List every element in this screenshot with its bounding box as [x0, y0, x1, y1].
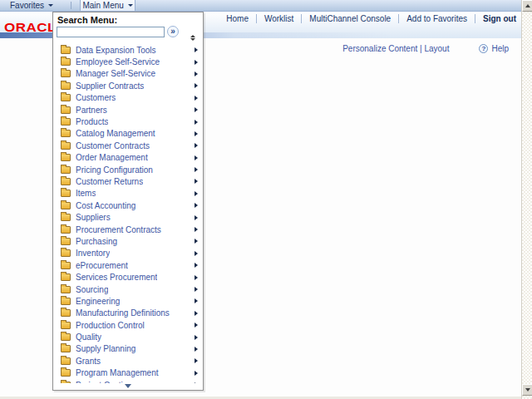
- submenu-arrow-icon: [195, 179, 198, 184]
- menu-item-row[interactable]: Manager Self-Service: [53, 68, 203, 80]
- utility-links: Home Worklist MultiChannel Console Add t…: [226, 14, 516, 23]
- folder-icon: [61, 226, 71, 234]
- main-menu-label: Main Menu: [82, 1, 123, 10]
- menu-search-input[interactable]: [57, 27, 165, 37]
- submenu-arrow-icon: [195, 227, 198, 232]
- menu-item-row[interactable]: Products: [53, 116, 203, 127]
- resize-up-icon: [190, 35, 195, 37]
- menu-item-row[interactable]: Supplier Contracts: [53, 80, 203, 91]
- submenu-arrow-icon: [195, 120, 198, 125]
- menu-resize-handle[interactable]: [190, 34, 196, 42]
- resize-down-icon: [190, 38, 195, 41]
- folder-icon: [61, 70, 71, 77]
- folder-icon: [61, 82, 71, 90]
- menu-item-label: Procurement Contracts: [76, 225, 161, 234]
- folder-icon: [61, 357, 71, 365]
- menu-item-label: Items: [76, 189, 96, 198]
- folder-icon: [61, 369, 71, 377]
- top-menubar: Favorites Main Menu: [0, 0, 521, 12]
- main-menu-button[interactable]: Main Menu: [80, 0, 135, 11]
- menu-item-row[interactable]: Quality: [53, 331, 203, 342]
- submenu-arrow-icon: [195, 323, 198, 328]
- menu-item-row[interactable]: Manufacturing Definitions: [53, 308, 203, 319]
- menu-item-label: eProcurement: [76, 261, 128, 270]
- menu-item-row[interactable]: Customer Contracts: [53, 140, 203, 151]
- folder-icon: [61, 178, 71, 185]
- submenu-arrow-icon: [195, 215, 198, 220]
- folder-icon: [61, 154, 71, 161]
- vertical-scrollbar[interactable]: [521, 0, 532, 399]
- menu-item-row[interactable]: Grants: [53, 355, 203, 367]
- menu-item-row[interactable]: Items: [53, 188, 203, 200]
- menu-item-label: Products: [76, 117, 108, 126]
- submenu-arrow-icon: [195, 311, 198, 316]
- menu-item-row[interactable]: Suppliers: [53, 211, 203, 223]
- favorites-menu-label: Favorites: [10, 1, 44, 10]
- menu-item-list: Data Expansion Tools Employee Self-Servi…: [53, 44, 203, 390]
- menu-item-row[interactable]: Customer Returns: [53, 175, 203, 187]
- menu-item-row[interactable]: Inventory: [53, 248, 203, 259]
- folder-icon: [61, 249, 71, 257]
- menu-item-row[interactable]: Supply Planning: [53, 343, 203, 355]
- header-link[interactable]: Home: [226, 14, 249, 23]
- menu-item-row[interactable]: Engineering: [53, 295, 203, 307]
- menu-item-row[interactable]: Cost Accounting: [53, 200, 203, 211]
- folder-icon: [61, 214, 71, 221]
- search-go-button[interactable]: »: [167, 26, 179, 37]
- personalize-content-layout-link[interactable]: Personalize Content | Layout: [342, 44, 449, 53]
- scroll-up-arrow-icon: [525, 4, 530, 7]
- submenu-arrow-icon: [195, 83, 198, 88]
- menu-item-label: Customer Returns: [76, 177, 143, 186]
- submenu-arrow-icon: [195, 131, 198, 136]
- menu-item-row[interactable]: Services Procurement: [53, 271, 203, 283]
- submenu-arrow-icon: [195, 155, 198, 160]
- folder-icon: [61, 106, 71, 114]
- scroll-down-indicator[interactable]: [125, 384, 131, 388]
- menu-item-row[interactable]: Data Expansion Tools: [53, 44, 203, 56]
- submenu-arrow-icon: [195, 347, 198, 352]
- folder-icon: [61, 309, 71, 317]
- menu-item-row[interactable]: Pricing Configuration: [53, 164, 203, 175]
- submenu-arrow-icon: [195, 71, 198, 76]
- favorites-menu-button[interactable]: Favorites: [4, 0, 59, 11]
- menu-item-label: Manufacturing Definitions: [76, 308, 170, 318]
- folder-icon: [61, 238, 71, 245]
- menu-item-row[interactable]: Production Control: [53, 319, 203, 331]
- menu-item-label: Engineering: [76, 297, 120, 306]
- folder-icon: [61, 298, 71, 305]
- folder-icon: [61, 333, 71, 341]
- header-link[interactable]: MultiChannel Console: [301, 14, 391, 23]
- dropdown-footer: [53, 383, 203, 390]
- header-link[interactable]: Sign out: [475, 14, 516, 23]
- menu-item-row[interactable]: Employee Self-Service: [53, 56, 203, 67]
- folder-icon: [61, 190, 71, 197]
- header-link[interactable]: Add to Favorites: [398, 14, 467, 23]
- submenu-arrow-icon: [195, 275, 198, 280]
- submenu-arrow-icon: [195, 60, 198, 65]
- menu-item-row[interactable]: Sourcing: [53, 283, 203, 295]
- folder-icon: [61, 58, 71, 66]
- menu-item-row[interactable]: Program Management: [53, 367, 203, 379]
- scrollbar-up-button[interactable]: [522, 0, 532, 12]
- chevron-down-icon: [128, 4, 133, 7]
- menu-item-label: Customers: [76, 93, 116, 102]
- help-link[interactable]: ? Help: [479, 44, 509, 53]
- folder-icon: [61, 202, 71, 209]
- header-link[interactable]: Worklist: [256, 14, 293, 23]
- menu-item-row[interactable]: Order Management: [53, 152, 203, 164]
- menu-item-row[interactable]: Purchasing: [53, 235, 203, 247]
- submenu-arrow-icon: [195, 335, 198, 340]
- menu-item-row[interactable]: Partners: [53, 104, 203, 116]
- folder-icon: [61, 286, 71, 293]
- menu-item-row[interactable]: eProcurement: [53, 259, 203, 271]
- scrollbar-down-button[interactable]: [522, 384, 532, 396]
- folder-icon: [61, 94, 71, 101]
- menu-item-row[interactable]: Procurement Contracts: [53, 224, 203, 235]
- submenu-arrow-icon: [195, 251, 198, 256]
- menu-item-row[interactable]: Customers: [53, 92, 203, 104]
- main-menu-dropdown-panel: Search Menu: » Data Expansion Tools Empl…: [52, 12, 204, 391]
- folder-icon: [61, 345, 71, 352]
- menu-item-label: Order Management: [76, 153, 148, 162]
- menu-item-row[interactable]: Catalog Management: [53, 128, 203, 140]
- chevron-down-icon: [48, 4, 53, 7]
